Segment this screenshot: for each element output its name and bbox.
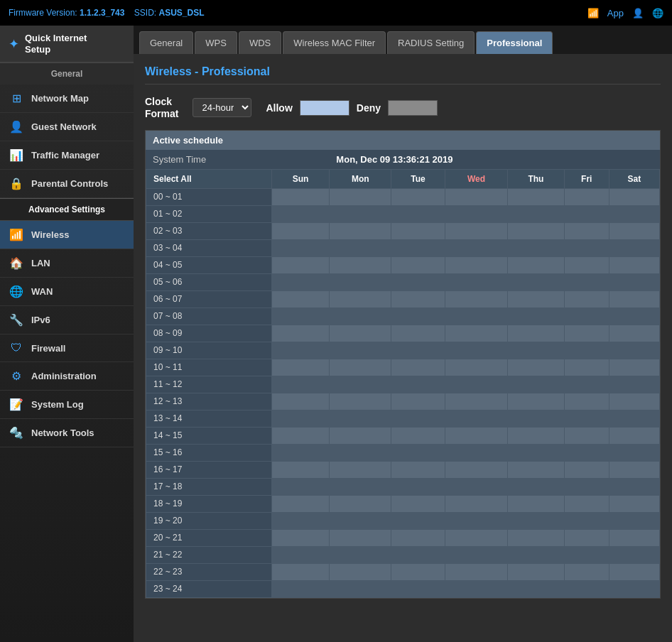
- cell-09~ 10-tue[interactable]: [391, 342, 445, 359]
- cell-13~ 14-sun[interactable]: [271, 410, 330, 427]
- cell-15~ 16-sun[interactable]: [271, 444, 330, 461]
- cell-02~ 03-tue[interactable]: [391, 222, 445, 239]
- cell-14~ 15-tue[interactable]: [391, 427, 445, 444]
- cell-10~ 11-mon[interactable]: [330, 359, 391, 376]
- cell-10~ 11-tue[interactable]: [391, 359, 445, 376]
- cell-03~ 04-thu[interactable]: [507, 239, 564, 256]
- cell-21~ 22-thu[interactable]: [507, 546, 564, 563]
- cell-11~ 12-sat[interactable]: [609, 376, 659, 393]
- cell-11~ 12-sun[interactable]: [271, 376, 330, 393]
- cell-23~ 24-fri[interactable]: [564, 580, 609, 597]
- cell-09~ 10-thu[interactable]: [507, 342, 564, 359]
- cell-13~ 14-tue[interactable]: [391, 410, 445, 427]
- cell-18~ 19-thu[interactable]: [507, 495, 564, 512]
- cell-16~ 17-fri[interactable]: [564, 461, 609, 478]
- cell-10~ 11-wed[interactable]: [445, 359, 508, 376]
- cell-18~ 19-sun[interactable]: [271, 495, 330, 512]
- cell-17~ 18-fri[interactable]: [564, 478, 609, 495]
- cell-18~ 19-sat[interactable]: [609, 495, 659, 512]
- cell-01~ 02-sat[interactable]: [609, 205, 659, 222]
- cell-08~ 09-tue[interactable]: [391, 325, 445, 342]
- cell-21~ 22-sat[interactable]: [609, 546, 659, 563]
- cell-23~ 24-mon[interactable]: [330, 580, 391, 597]
- cell-10~ 11-sat[interactable]: [609, 359, 659, 376]
- cell-07~ 08-sun[interactable]: [271, 308, 330, 325]
- cell-09~ 10-sun[interactable]: [271, 342, 330, 359]
- cell-03~ 04-fri[interactable]: [564, 239, 609, 256]
- sidebar-item-network-map[interactable]: ⊞ Network Map: [0, 85, 134, 113]
- cell-23~ 24-thu[interactable]: [507, 580, 564, 597]
- cell-18~ 19-wed[interactable]: [445, 495, 508, 512]
- cell-00~ 01-tue[interactable]: [391, 188, 445, 205]
- cell-20~ 21-sun[interactable]: [271, 529, 330, 546]
- cell-22~ 23-sat[interactable]: [609, 563, 659, 580]
- cell-12~ 13-thu[interactable]: [507, 393, 564, 410]
- cell-17~ 18-thu[interactable]: [507, 478, 564, 495]
- cell-19~ 20-sun[interactable]: [271, 512, 330, 529]
- sidebar-item-ipv6[interactable]: 🔧 IPv6: [0, 306, 134, 334]
- cell-12~ 13-tue[interactable]: [391, 393, 445, 410]
- cell-07~ 08-fri[interactable]: [564, 308, 609, 325]
- cell-06~ 07-mon[interactable]: [330, 290, 391, 308]
- cell-06~ 07-fri[interactable]: [564, 290, 609, 308]
- cell-12~ 13-fri[interactable]: [564, 393, 609, 410]
- cell-03~ 04-sat[interactable]: [609, 239, 659, 256]
- cell-07~ 08-wed[interactable]: [445, 308, 508, 325]
- cell-22~ 23-tue[interactable]: [391, 563, 445, 580]
- cell-08~ 09-sat[interactable]: [609, 325, 659, 342]
- cell-00~ 01-thu[interactable]: [507, 188, 564, 205]
- cell-22~ 23-sun[interactable]: [271, 563, 330, 580]
- cell-12~ 13-sun[interactable]: [271, 393, 330, 410]
- cell-06~ 07-thu[interactable]: [507, 290, 564, 308]
- cell-05~ 06-sat[interactable]: [609, 273, 659, 290]
- quick-internet-setup-button[interactable]: ✦ Quick Internet Setup: [0, 26, 134, 62]
- cell-23~ 24-sun[interactable]: [271, 580, 330, 597]
- tab-wireless-mac-filter[interactable]: Wireless MAC Filter: [283, 31, 386, 54]
- cell-02~ 03-fri[interactable]: [564, 222, 609, 239]
- cell-08~ 09-sun[interactable]: [271, 325, 330, 342]
- cell-22~ 23-fri[interactable]: [564, 563, 609, 580]
- cell-14~ 15-sun[interactable]: [271, 427, 330, 444]
- cell-16~ 17-sat[interactable]: [609, 461, 659, 478]
- cell-02~ 03-wed[interactable]: [445, 222, 508, 239]
- cell-00~ 01-sun[interactable]: [271, 188, 330, 205]
- cell-18~ 19-mon[interactable]: [330, 495, 391, 512]
- cell-01~ 02-thu[interactable]: [507, 205, 564, 222]
- cell-10~ 11-sun[interactable]: [271, 359, 330, 376]
- cell-23~ 24-tue[interactable]: [391, 580, 445, 597]
- cell-04~ 05-sat[interactable]: [609, 256, 659, 273]
- cell-18~ 19-fri[interactable]: [564, 495, 609, 512]
- cell-04~ 05-sun[interactable]: [271, 256, 330, 273]
- cell-15~ 16-mon[interactable]: [330, 444, 391, 461]
- cell-21~ 22-fri[interactable]: [564, 546, 609, 563]
- cell-20~ 21-tue[interactable]: [391, 529, 445, 546]
- cell-02~ 03-mon[interactable]: [330, 222, 391, 239]
- cell-11~ 12-fri[interactable]: [564, 376, 609, 393]
- cell-01~ 02-fri[interactable]: [564, 205, 609, 222]
- cell-03~ 04-wed[interactable]: [445, 239, 508, 256]
- cell-09~ 10-mon[interactable]: [330, 342, 391, 359]
- cell-04~ 05-fri[interactable]: [564, 256, 609, 273]
- cell-04~ 05-thu[interactable]: [507, 256, 564, 273]
- cell-19~ 20-mon[interactable]: [330, 512, 391, 529]
- cell-17~ 18-wed[interactable]: [445, 478, 508, 495]
- cell-10~ 11-thu[interactable]: [507, 359, 564, 376]
- cell-16~ 17-mon[interactable]: [330, 461, 391, 478]
- cell-00~ 01-sat[interactable]: [609, 188, 659, 205]
- sidebar-item-parental-controls[interactable]: 🔒 Parental Controls: [0, 170, 134, 198]
- sidebar-item-wireless[interactable]: 📶 Wireless: [0, 221, 134, 249]
- wifi-icon[interactable]: 📶: [587, 8, 599, 18]
- cell-15~ 16-fri[interactable]: [564, 444, 609, 461]
- sidebar-item-guest-network[interactable]: 👤 Guest Network: [0, 113, 134, 141]
- cell-13~ 14-mon[interactable]: [330, 410, 391, 427]
- col-thu[interactable]: Thu: [507, 169, 564, 188]
- cell-00~ 01-fri[interactable]: [564, 188, 609, 205]
- cell-19~ 20-thu[interactable]: [507, 512, 564, 529]
- cell-16~ 17-thu[interactable]: [507, 461, 564, 478]
- cell-17~ 18-mon[interactable]: [330, 478, 391, 495]
- cell-11~ 12-thu[interactable]: [507, 376, 564, 393]
- col-wed[interactable]: Wed: [445, 169, 508, 188]
- cell-09~ 10-wed[interactable]: [445, 342, 508, 359]
- cell-19~ 20-wed[interactable]: [445, 512, 508, 529]
- cell-21~ 22-sun[interactable]: [271, 546, 330, 563]
